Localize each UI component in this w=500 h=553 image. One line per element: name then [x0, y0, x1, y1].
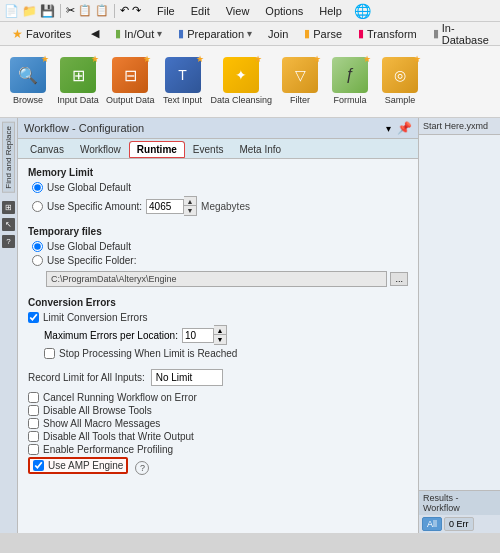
menu-help[interactable]: Help: [311, 3, 350, 19]
in-database-icon: ▮: [433, 27, 439, 40]
memory-spin-down[interactable]: ▼: [184, 206, 196, 215]
record-limit-input[interactable]: [151, 369, 223, 386]
temp-folder-input[interactable]: [46, 271, 387, 287]
toolbar-icons: 📄 📁 💾 ✂ 📋 📋 ↶ ↷: [4, 4, 141, 18]
menu-view[interactable]: View: [218, 3, 258, 19]
memory-limit-options: Use Global Default Use Specific Amount: …: [32, 182, 408, 216]
memory-global-default-radio[interactable]: [32, 182, 43, 193]
results-tabs: All 0 Err: [419, 515, 500, 533]
open-icon[interactable]: 📁: [22, 4, 37, 18]
filter-star: ★: [313, 54, 321, 64]
paste-icon[interactable]: 📋: [95, 4, 109, 17]
browse-label: Browse: [13, 95, 43, 106]
tab-meta-info[interactable]: Meta Info: [231, 141, 289, 158]
temp-files-options: Use Global Default Use Specific Folder: …: [32, 241, 408, 287]
tab-runtime[interactable]: Runtime: [129, 141, 185, 158]
temp-global-default-radio[interactable]: [32, 241, 43, 252]
max-errors-spin-arrows: ▲ ▼: [214, 325, 227, 345]
redo-icon[interactable]: ↷: [132, 4, 141, 17]
in-database-btn[interactable]: ▮ In-Database: [425, 20, 497, 48]
tab-workflow[interactable]: Workflow: [72, 141, 129, 158]
back-btn[interactable]: ◀: [83, 25, 107, 42]
memory-unit-label: Megabytes: [201, 201, 250, 212]
tab-events[interactable]: Events: [185, 141, 232, 158]
amp-engine-help-icon[interactable]: ?: [135, 461, 149, 475]
main-area: Find and Replace ⊞ ↖ ? Workflow - Config…: [0, 118, 500, 533]
tab-canvas[interactable]: Canvas: [22, 141, 72, 158]
show-macro-checkbox[interactable]: [28, 418, 39, 429]
memory-spin-up[interactable]: ▲: [184, 197, 196, 206]
tool-formula[interactable]: ƒ ★ Formula: [328, 57, 372, 106]
favorites-star-icon: ★: [12, 27, 23, 41]
memory-global-default-label: Use Global Default: [47, 182, 131, 193]
temp-files-title: Temporary files: [28, 226, 408, 237]
save-icon[interactable]: 💾: [40, 4, 55, 18]
sample-icon: ◎ ★: [382, 57, 418, 93]
favorites-btn[interactable]: ★ Favorites: [4, 25, 79, 43]
record-limit-label: Record Limit for All Inputs:: [28, 372, 145, 383]
cancel-running-checkbox[interactable]: [28, 392, 39, 403]
memory-specific-amount-row: Use Specific Amount: ▲ ▼ Megabytes: [32, 196, 408, 216]
undo-icon[interactable]: ↶: [120, 4, 129, 17]
conversion-errors-section: Conversion Errors Limit Conversion Error…: [28, 297, 408, 359]
max-errors-spin-down[interactable]: ▼: [214, 335, 226, 344]
config-panel: Workflow - Configuration ▾ 📌 Canvas Work…: [18, 118, 418, 533]
copy-icon[interactable]: 📋: [78, 4, 92, 17]
menu-file[interactable]: File: [149, 3, 183, 19]
tool-text-input[interactable]: T ★ Text Input: [161, 57, 205, 106]
tool-sample[interactable]: ◎ ★ Sample: [378, 57, 422, 106]
enable-profiling-checkbox[interactable]: [28, 444, 39, 455]
memory-amount-input[interactable]: [146, 199, 184, 214]
tool-ribbon: 🔍 ★ Browse ⊞ ★ Input Data ⊟ ★ Output Dat…: [0, 46, 500, 118]
text-input-star: ★: [196, 54, 204, 64]
parse-btn[interactable]: ▮ Parse: [296, 25, 350, 42]
tool-data-cleanse[interactable]: ✦ ★ Data Cleansing: [211, 57, 273, 106]
menu-edit[interactable]: Edit: [183, 3, 218, 19]
new-icon[interactable]: 📄: [4, 4, 19, 18]
max-errors-input[interactable]: [182, 328, 214, 343]
pin-icon[interactable]: 📌: [397, 121, 412, 135]
disable-write-checkbox[interactable]: [28, 431, 39, 442]
temp-folder-browse-btn[interactable]: ...: [390, 272, 408, 286]
find-replace-tab[interactable]: Find and Replace: [2, 122, 15, 193]
use-amp-engine-label: Use AMP Engine: [48, 460, 123, 471]
memory-specific-amount-radio[interactable]: [32, 201, 43, 212]
tool-output-data[interactable]: ⊟ ★ Output Data: [106, 57, 155, 106]
transform-btn[interactable]: ▮ Transform: [350, 25, 425, 42]
right-panel: Start Here.yxmd Results - Workflow All 0…: [418, 118, 500, 533]
config-dropdown-icon[interactable]: ▾: [386, 123, 391, 134]
globe-icon: 🌐: [354, 3, 371, 19]
grid-icon[interactable]: ⊞: [2, 201, 15, 214]
conversion-errors-title: Conversion Errors: [28, 297, 408, 308]
in-out-btn[interactable]: ▮ In/Out ▾: [107, 25, 170, 42]
formula-icon: ƒ ★: [332, 57, 368, 93]
tool-browse[interactable]: 🔍 ★ Browse: [6, 57, 50, 106]
tool-input-data[interactable]: ⊞ ★ Input Data: [56, 57, 100, 106]
results-tab-all[interactable]: All: [422, 517, 442, 531]
tool-filter[interactable]: ▽ ★ Filter: [278, 57, 322, 106]
limit-conversion-errors-checkbox[interactable]: [28, 312, 39, 323]
cut-icon[interactable]: ✂: [66, 4, 75, 17]
stop-processing-row: Stop Processing When Limit is Reached: [44, 348, 408, 359]
formula-label: Formula: [334, 95, 367, 106]
use-amp-engine-checkbox[interactable]: [33, 460, 44, 471]
disable-browse-label: Disable All Browse Tools: [43, 405, 152, 416]
output-star: ★: [143, 54, 151, 64]
max-errors-spin-up[interactable]: ▲: [214, 326, 226, 335]
help-sidebar-icon[interactable]: ?: [2, 235, 15, 248]
config-content: Memory Limit Use Global Default Use Spec…: [18, 159, 418, 533]
join-btn[interactable]: Join: [260, 26, 296, 42]
disable-browse-checkbox[interactable]: [28, 405, 39, 416]
cursor-icon[interactable]: ↖: [2, 218, 15, 231]
stop-processing-checkbox[interactable]: [44, 348, 55, 359]
preparation-btn[interactable]: ▮ Preparation ▾: [170, 25, 260, 42]
text-input-label: Text Input: [163, 95, 202, 106]
temp-specific-folder-label: Use Specific Folder:: [47, 255, 136, 266]
results-tab-errors[interactable]: 0 Err: [444, 517, 474, 531]
preparation-chevron: ▾: [247, 28, 252, 39]
temp-global-default-row: Use Global Default: [32, 241, 408, 252]
menu-options[interactable]: Options: [257, 3, 311, 19]
temp-specific-folder-radio[interactable]: [32, 255, 43, 266]
back-icon: ◀: [91, 27, 99, 40]
results-section: Results - Workflow All 0 Err: [419, 490, 500, 533]
